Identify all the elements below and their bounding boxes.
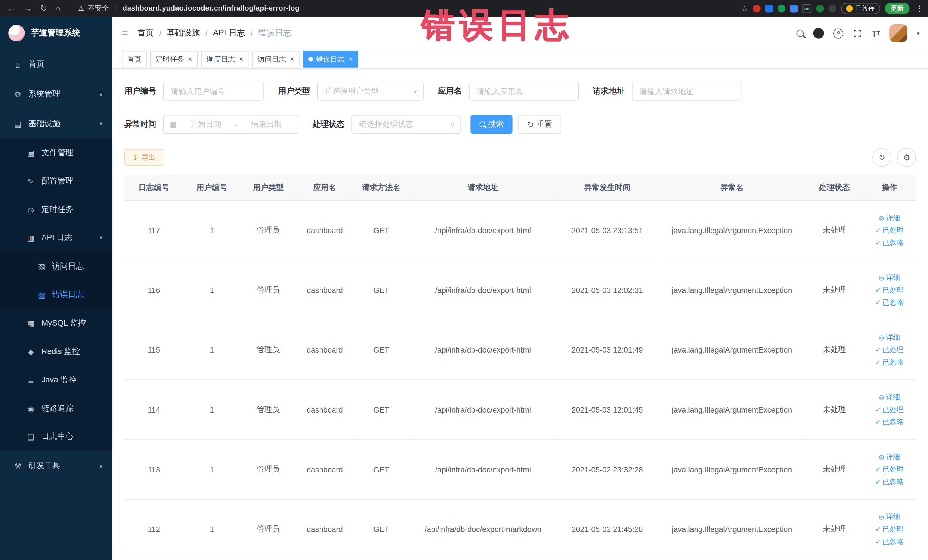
github-icon[interactable] xyxy=(814,28,824,38)
request-url-input[interactable] xyxy=(632,82,742,101)
fullscreen-icon[interactable] xyxy=(853,29,862,38)
user-id-input[interactable] xyxy=(163,82,264,101)
extension-icon[interactable] xyxy=(816,5,824,12)
tab-3[interactable]: 访问日志× xyxy=(252,51,299,67)
reload-icon[interactable]: ↻ xyxy=(40,3,47,13)
sidebar-item-file-management[interactable]: ▣文件管理 xyxy=(0,138,112,167)
sidebar-item-link-tracing[interactable]: ◉链路追踪 xyxy=(0,394,112,423)
forward-icon[interactable]: → xyxy=(24,3,32,13)
extension-icon[interactable] xyxy=(829,5,836,12)
tab-2[interactable]: 调度日志× xyxy=(201,51,249,67)
extension-icon[interactable] xyxy=(753,5,760,12)
extension-icon[interactable] xyxy=(778,5,785,12)
end-date-placeholder: 结束日期 xyxy=(241,119,292,130)
close-icon[interactable]: × xyxy=(188,56,192,63)
action-processed[interactable]: ✓已处理 xyxy=(875,464,904,475)
action-processed[interactable]: ✓已处理 xyxy=(875,285,904,295)
help-icon[interactable]: ? xyxy=(833,28,844,38)
sidebar-item-log-center[interactable]: ▤日志中心 xyxy=(0,423,112,451)
action-ignored[interactable]: ✓已忽略 xyxy=(875,238,904,248)
extension-icon[interactable] xyxy=(790,5,798,12)
update-button[interactable]: 更新 xyxy=(885,3,910,14)
tab-label: 定时任务 xyxy=(156,54,184,64)
close-icon[interactable]: × xyxy=(290,56,295,63)
date-range-picker[interactable]: ▦ 开始日期 - 结束日期 xyxy=(163,115,298,134)
check-icon: ✓ xyxy=(875,226,881,234)
action-detail[interactable]: ◎详细 xyxy=(879,213,901,223)
column-header-exception-name: 异常名 xyxy=(658,175,806,200)
app-name-input[interactable] xyxy=(469,82,578,101)
hamburger-icon[interactable]: ≡ xyxy=(122,27,128,39)
sidebar-item-dev-tools[interactable]: ⚒研发工具∨ xyxy=(0,451,112,481)
extension-on-badge[interactable]: on xyxy=(803,4,811,12)
cell-log-id: 114 xyxy=(124,380,184,439)
sidebar-item-home[interactable]: ⌂首页 xyxy=(0,50,112,79)
action-detail[interactable]: ◎详细 xyxy=(879,272,901,282)
sidebar-item-scheduled-tasks[interactable]: ◷定时任务 xyxy=(0,195,112,224)
user-type-select[interactable]: 请选择用户类型 ∨ xyxy=(317,82,424,101)
check-icon: ✓ xyxy=(875,239,881,246)
refresh-table-button[interactable]: ↻ xyxy=(872,148,891,167)
extension-icon[interactable] xyxy=(765,5,773,12)
sidebar-item-system-management[interactable]: ⚙系统管理∨ xyxy=(0,79,112,109)
action-ignored[interactable]: ✓已忽略 xyxy=(875,537,904,546)
sidebar-item-java-monitor[interactable]: ☕Java 监控 xyxy=(0,366,112,394)
export-button[interactable]: ↧ 导出 xyxy=(124,149,163,166)
sidebar-item-error-log[interactable]: ▨错误日志 xyxy=(0,281,112,309)
sidebar-item-access-log[interactable]: ▧访问日志 xyxy=(0,252,112,281)
sidebar-item-api-logs[interactable]: ▥API 日志∧ xyxy=(0,224,112,252)
sidebar-item-config-management[interactable]: ✎配置管理 xyxy=(0,167,112,195)
address-bar[interactable]: ⚠ 不安全 | dashboard.yudao.iocoder.cn/infra… xyxy=(78,3,299,13)
app-title: 芋道管理系统 xyxy=(31,28,81,38)
action-processed[interactable]: ✓已处理 xyxy=(875,345,904,355)
cell-app-name: dashboard xyxy=(297,499,353,559)
sidebar-item-mysql-monitor[interactable]: ▦MySQL 监控 xyxy=(0,309,112,337)
action-detail[interactable]: ◎详细 xyxy=(879,333,901,342)
chevron-down-icon: ∨ xyxy=(413,88,417,95)
app-logo-row[interactable]: 芋道管理系统 xyxy=(0,17,112,50)
column-settings-button[interactable]: ⚙ xyxy=(897,148,916,167)
chevron-down-icon[interactable]: ▾ xyxy=(917,30,919,37)
search-icon[interactable] xyxy=(797,30,804,37)
check-icon: ✓ xyxy=(875,525,881,533)
close-icon[interactable]: × xyxy=(239,56,243,63)
cell-user-id: 1 xyxy=(184,380,240,439)
sidebar-menu: ⌂首页⚙系统管理∨▤基础设施∧▣文件管理✎配置管理◷定时任务▥API 日志∧▧访… xyxy=(0,50,112,560)
sidebar-item-label: 基础设施 xyxy=(29,118,61,129)
cell-request-url: /api/infra/db-doc/export-markdown xyxy=(409,499,557,559)
action-processed[interactable]: ✓已处理 xyxy=(875,225,904,235)
process-status-select[interactable]: 请选择处理状态 ∨ xyxy=(351,115,461,134)
browser-menu-icon[interactable]: ⋮ xyxy=(916,4,923,12)
breadcrumb-item[interactable]: 首页 xyxy=(137,28,154,38)
cell-operations: ◎详细✓已处理✓已忽略 xyxy=(863,200,916,260)
breadcrumb-item[interactable]: 基础设施 xyxy=(167,28,200,38)
tab-0[interactable]: 首页 xyxy=(122,51,147,67)
sidebar-item-redis-monitor[interactable]: ◆Redis 监控 xyxy=(0,337,112,366)
action-processed[interactable]: ✓已处理 xyxy=(875,524,904,534)
action-ignored[interactable]: ✓已忽略 xyxy=(875,477,904,487)
action-ignored[interactable]: ✓已忽略 xyxy=(875,357,904,367)
home-icon[interactable]: ⌂ xyxy=(55,3,61,13)
tab-1[interactable]: 定时任务× xyxy=(150,51,198,67)
paused-badge[interactable]: 已暂停 xyxy=(841,3,880,14)
back-icon[interactable]: ← xyxy=(7,3,15,13)
action-label: 已忽略 xyxy=(882,238,904,248)
action-detail[interactable]: ◎详细 xyxy=(879,452,901,462)
cell-app-name: dashboard xyxy=(297,439,353,499)
action-detail[interactable]: ◎详细 xyxy=(879,511,901,522)
user-avatar[interactable] xyxy=(890,24,907,42)
reset-button[interactable]: ↻ 重置 xyxy=(518,115,561,134)
close-icon[interactable]: × xyxy=(349,56,353,63)
breadcrumb-item[interactable]: API 日志 xyxy=(213,28,245,38)
action-processed[interactable]: ✓已处理 xyxy=(875,404,904,415)
search-button[interactable]: 搜索 xyxy=(470,115,512,134)
tab-4[interactable]: 错误日志× xyxy=(303,51,358,67)
action-detail[interactable]: ◎详细 xyxy=(879,392,901,402)
font-size-icon[interactable]: TT xyxy=(871,28,880,38)
action-ignored[interactable]: ✓已忽略 xyxy=(875,297,904,307)
bookmark-star-icon[interactable]: ☆ xyxy=(741,4,748,12)
check-icon: ✓ xyxy=(875,299,881,307)
action-ignored[interactable]: ✓已忽略 xyxy=(875,417,904,427)
sidebar-item-infrastructure[interactable]: ▤基础设施∧ xyxy=(0,109,112,139)
cell-process-status: 未处理 xyxy=(806,499,863,559)
